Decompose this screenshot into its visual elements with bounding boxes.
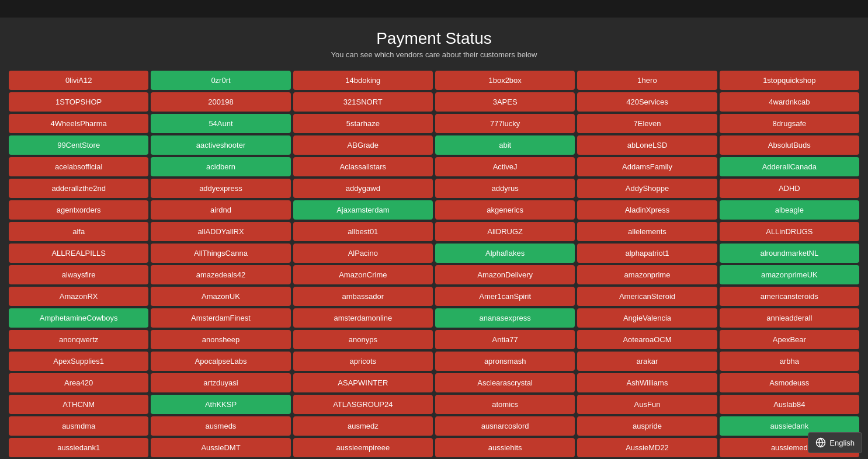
vendor-cell[interactable]: 54Aunt — [151, 114, 290, 133]
vendor-cell[interactable]: ATHCNM — [9, 395, 148, 414]
vendor-cell[interactable]: AladinXpress — [577, 200, 717, 220]
vendor-cell[interactable]: akgenerics — [435, 200, 575, 220]
vendor-cell[interactable]: 200198 — [151, 92, 290, 112]
vendor-cell[interactable]: AlPacino — [293, 244, 433, 263]
vendor-cell[interactable]: alfa — [9, 222, 148, 241]
vendor-cell[interactable]: AussieDMT — [151, 438, 290, 457]
vendor-cell[interactable]: ADHD — [720, 179, 859, 198]
vendor-cell[interactable]: allelements — [577, 222, 717, 241]
vendor-cell[interactable]: 14bdoking — [293, 71, 433, 90]
vendor-cell[interactable]: ausmedz — [293, 416, 433, 436]
vendor-cell[interactable]: Antia77 — [435, 330, 575, 349]
vendor-cell[interactable]: agentxorders — [9, 200, 148, 220]
vendor-cell[interactable]: aactiveshooter — [151, 135, 290, 155]
vendor-cell[interactable]: AmazonRX — [9, 287, 148, 306]
vendor-cell[interactable]: AllThingsCanna — [151, 244, 290, 263]
vendor-cell[interactable]: Asmodeuss — [720, 373, 859, 392]
vendor-cell[interactable]: AmphetamineCowboys — [9, 308, 148, 328]
vendor-cell[interactable]: AshWilliams — [577, 373, 717, 392]
vendor-cell[interactable]: AmericanSteroid — [577, 287, 717, 306]
vendor-cell[interactable]: amazonprimeUK — [720, 265, 859, 284]
vendor-cell[interactable]: 321SNORT — [293, 92, 433, 112]
vendor-cell[interactable]: 0liviA12 — [9, 71, 148, 90]
vendor-cell[interactable]: 1stopquickshop — [720, 71, 859, 90]
vendor-cell[interactable]: ApexBear — [720, 330, 859, 349]
vendor-cell[interactable]: AmsterdamFinest — [151, 308, 290, 328]
vendor-cell[interactable]: artzduyasi — [151, 373, 290, 392]
vendor-cell[interactable]: 4wardnkcab — [720, 92, 859, 112]
vendor-cell[interactable]: americansteroids — [720, 287, 859, 306]
vendor-cell[interactable]: albeagle — [720, 200, 859, 220]
vendor-cell[interactable]: aussiehits — [435, 438, 575, 457]
vendor-cell[interactable]: annieadderall — [720, 308, 859, 328]
vendor-cell[interactable]: atomics — [435, 395, 575, 414]
vendor-cell[interactable]: AbsolutBuds — [720, 135, 859, 155]
vendor-cell[interactable]: 99CentStore — [9, 135, 148, 155]
vendor-cell[interactable]: AmazonUK — [151, 287, 290, 306]
vendor-cell[interactable]: anonsheep — [151, 330, 290, 349]
vendor-cell[interactable]: apricots — [293, 352, 433, 371]
vendor-cell[interactable]: AdderallCanada — [720, 157, 859, 176]
vendor-cell[interactable]: 5starhaze — [293, 114, 433, 133]
vendor-cell[interactable]: Amer1canSpirit — [435, 287, 575, 306]
vendor-cell[interactable]: ApexSupplies1 — [9, 352, 148, 371]
vendor-cell[interactable]: abLoneLSD — [577, 135, 717, 155]
vendor-cell[interactable]: 4WheelsPharma — [9, 114, 148, 133]
vendor-cell[interactable]: 777lucky — [435, 114, 575, 133]
vendor-cell[interactable]: AusFun — [577, 395, 717, 414]
vendor-cell[interactable]: Ajaxamsterdam — [293, 200, 433, 220]
vendor-cell[interactable]: airdnd — [151, 200, 290, 220]
vendor-cell[interactable]: ALLinDRUGS — [720, 222, 859, 241]
vendor-cell[interactable]: AddyShoppe — [577, 179, 717, 198]
vendor-cell[interactable]: arbha — [720, 352, 859, 371]
vendor-cell[interactable]: alroundmarketNL — [720, 244, 859, 263]
vendor-cell[interactable]: amazonprime — [577, 265, 717, 284]
vendor-cell[interactable]: amazedeals42 — [151, 265, 290, 284]
vendor-cell[interactable]: Aclassallstars — [293, 157, 433, 176]
vendor-cell[interactable]: Auslab84 — [720, 395, 859, 414]
vendor-cell[interactable]: 420Services — [577, 92, 717, 112]
vendor-cell[interactable]: AthKKSP — [151, 395, 290, 414]
vendor-cell[interactable]: 3APES — [435, 92, 575, 112]
vendor-cell[interactable]: AllDRUGZ — [435, 222, 575, 241]
vendor-cell[interactable]: allbest01 — [293, 222, 433, 241]
vendor-cell[interactable]: 1hero — [577, 71, 717, 90]
vendor-cell[interactable]: amsterdamonline — [293, 308, 433, 328]
vendor-cell[interactable]: addyexpress — [151, 179, 290, 198]
vendor-cell[interactable]: AmazonDelivery — [435, 265, 575, 284]
vendor-cell[interactable]: 1box2box — [435, 71, 575, 90]
vendor-cell[interactable]: acidbern — [151, 157, 290, 176]
vendor-cell[interactable]: ASAPWINTER — [293, 373, 433, 392]
vendor-cell[interactable]: Asclearascrystal — [435, 373, 575, 392]
vendor-cell[interactable]: ATLASGROUP24 — [293, 395, 433, 414]
vendor-cell[interactable]: Alphaflakes — [435, 244, 575, 263]
vendor-cell[interactable]: AddamsFamily — [577, 157, 717, 176]
vendor-cell[interactable]: ananasexpress — [435, 308, 575, 328]
vendor-cell[interactable]: 0zr0rt — [151, 71, 290, 90]
vendor-cell[interactable]: aussiedank1 — [9, 438, 148, 457]
vendor-cell[interactable]: ausmdma — [9, 416, 148, 436]
vendor-cell[interactable]: ApocalpseLabs — [151, 352, 290, 371]
vendor-cell[interactable]: acelabsofficial — [9, 157, 148, 176]
vendor-cell[interactable]: anonyps — [293, 330, 433, 349]
vendor-cell[interactable]: AmazonCrime — [293, 265, 433, 284]
vendor-cell[interactable]: Area420 — [9, 373, 148, 392]
vendor-cell[interactable]: ActiveJ — [435, 157, 575, 176]
vendor-cell[interactable]: 7Eleven — [577, 114, 717, 133]
vendor-cell[interactable]: addygawd — [293, 179, 433, 198]
vendor-cell[interactable]: arakar — [577, 352, 717, 371]
vendor-cell[interactable]: alphapatriot1 — [577, 244, 717, 263]
vendor-cell[interactable]: allADDYallRX — [151, 222, 290, 241]
vendor-cell[interactable]: auspride — [577, 416, 717, 436]
vendor-cell[interactable]: adderallzthe2nd — [9, 179, 148, 198]
vendor-cell[interactable]: AussieMD22 — [577, 438, 717, 457]
language-selector[interactable]: English — [808, 432, 862, 453]
vendor-cell[interactable]: 8drugsafe — [720, 114, 859, 133]
vendor-cell[interactable]: ausnarcoslord — [435, 416, 575, 436]
vendor-cell[interactable]: AngieValencia — [577, 308, 717, 328]
vendor-cell[interactable]: anonqwertz — [9, 330, 148, 349]
vendor-cell[interactable]: ABGrade — [293, 135, 433, 155]
vendor-cell[interactable]: ambassador — [293, 287, 433, 306]
vendor-cell[interactable]: ALLREALPILLS — [9, 244, 148, 263]
vendor-cell[interactable]: abit — [435, 135, 575, 155]
